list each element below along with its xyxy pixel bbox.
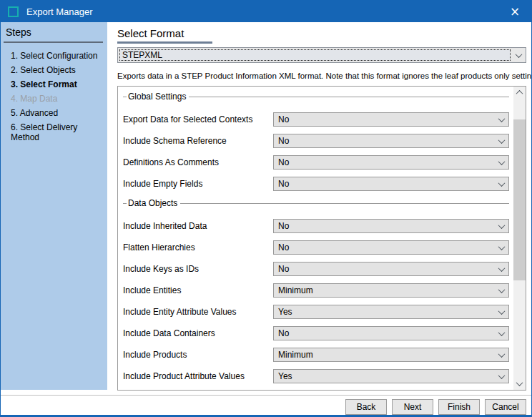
select-arrow-zone[interactable] (495, 310, 508, 315)
sidebar-item-select-configuration[interactable]: 1. Select Configuration (6, 49, 107, 63)
sidebar-item-map-data: 4. Map Data (6, 92, 107, 106)
select-arrow-zone[interactable] (495, 353, 508, 358)
format-settings-panel: Global Settings Export Data for Selected… (117, 86, 526, 391)
footer-divider (1, 395, 531, 396)
select-include-keys-as-ids[interactable]: No (273, 262, 509, 276)
group-line (180, 203, 509, 204)
sidebar-item-select-objects[interactable]: 2. Select Objects (6, 63, 107, 77)
app-window-icon (8, 6, 19, 17)
select-include-product-attribute-values[interactable]: Yes (273, 369, 509, 383)
select-flatten-hierarchies[interactable]: No (273, 240, 509, 255)
chevron-down-icon (516, 379, 523, 386)
titlebar[interactable]: Export Manager × (1, 1, 531, 22)
setting-label: Include Entities (123, 285, 273, 295)
select-value: No (274, 179, 495, 189)
chevron-down-icon (498, 372, 506, 379)
setting-label: Include Schema Reference (123, 136, 273, 146)
setting-label: Flatten Hierarchies (123, 242, 273, 252)
format-select-arrow-zone[interactable] (512, 48, 526, 62)
select-include-entity-attribute-values[interactable]: Yes (273, 305, 509, 319)
close-icon: × (510, 4, 520, 19)
setting-row: Include Keys as IDs No (123, 262, 509, 276)
select-value: Minimum (274, 285, 495, 295)
setting-row: Include Empty Fields No (123, 177, 509, 191)
scrollbar-thumb[interactable] (513, 119, 526, 280)
sidebar-item-select-format[interactable]: 3. Select Format (6, 77, 107, 92)
chevron-up-icon (516, 90, 523, 97)
chevron-down-icon (498, 243, 506, 250)
setting-row: Include Product Attribute Values Yes (123, 369, 509, 383)
settings-scrollbar[interactable] (513, 87, 526, 390)
chevron-down-icon (498, 137, 506, 144)
select-include-inherited-data[interactable]: No (273, 219, 509, 233)
page-title: Select Format (117, 27, 184, 39)
setting-label: Include Keys as IDs (123, 264, 273, 274)
finish-button[interactable]: Finish (438, 399, 480, 415)
chevron-down-icon (498, 286, 506, 293)
setting-label: Include Product Attribute Values (123, 371, 273, 381)
select-export-data-for-selected-contexts[interactable]: No (273, 112, 509, 127)
format-select[interactable]: STEPXML (117, 47, 526, 63)
select-arrow-zone[interactable] (495, 224, 508, 229)
setting-row: Include Data Containers No (123, 326, 509, 340)
group-header-data-objects: Data Objects (123, 198, 509, 208)
select-value: Yes (274, 307, 495, 317)
format-description: Exports data in a STEP Product Informati… (117, 72, 531, 80)
cancel-button[interactable]: Cancel (485, 399, 526, 415)
chevron-down-icon (498, 115, 506, 122)
setting-label: Include Entity Attribute Values (123, 307, 273, 317)
chevron-down-icon (498, 308, 506, 315)
select-include-data-containers[interactable]: No (273, 326, 509, 340)
group-title: Global Settings (127, 92, 189, 102)
setting-row: Include Schema Reference No (123, 134, 509, 148)
select-arrow-zone[interactable] (495, 117, 508, 122)
sidebar-item-advanced[interactable]: 5. Advanced (6, 106, 107, 120)
select-value: Minimum (274, 350, 495, 360)
setting-row: Definitions As Comments No (123, 155, 509, 170)
chevron-down-icon (498, 180, 506, 187)
chevron-down-icon (498, 222, 506, 229)
setting-row: Include Inherited Data No (123, 219, 509, 233)
setting-label: Definitions As Comments (123, 157, 273, 167)
select-definitions-as-comments[interactable]: No (273, 155, 509, 170)
select-include-schema-reference[interactable]: No (273, 134, 509, 148)
select-include-products[interactable]: Minimum (273, 348, 509, 362)
setting-row: Flatten Hierarchies No (123, 240, 509, 255)
select-arrow-zone[interactable] (495, 160, 508, 165)
steps-sidebar: Steps 1. Select Configuration 2. Select … (1, 22, 107, 390)
chevron-down-icon (498, 350, 506, 358)
back-button[interactable]: Back (345, 399, 387, 415)
setting-row: Include Products Minimum (123, 348, 509, 362)
select-arrow-zone[interactable] (495, 374, 508, 379)
select-arrow-zone[interactable] (495, 182, 508, 187)
select-arrow-zone[interactable] (495, 245, 508, 250)
select-value: No (274, 114, 495, 124)
chevron-down-icon (498, 329, 506, 336)
chevron-down-icon (498, 158, 506, 165)
select-value: No (274, 264, 495, 274)
setting-label: Include Inherited Data (123, 221, 273, 231)
group-line (189, 97, 509, 97)
select-value: Yes (274, 371, 495, 381)
chevron-down-icon (516, 51, 523, 58)
format-select-value: STEPXML (119, 49, 511, 61)
next-button[interactable]: Next (392, 399, 433, 415)
close-button[interactable]: × (498, 1, 531, 22)
group-header-global-settings: Global Settings (123, 92, 509, 102)
sidebar-item-select-delivery-method[interactable]: 6. Select Delivery Method (6, 120, 107, 144)
select-arrow-zone[interactable] (495, 331, 508, 336)
select-arrow-zone[interactable] (495, 267, 508, 272)
setting-row: Include Entity Attribute Values Yes (123, 305, 509, 319)
group-title: Data Objects (127, 198, 180, 208)
select-arrow-zone[interactable] (495, 139, 508, 144)
select-arrow-zone[interactable] (495, 288, 508, 293)
select-include-empty-fields[interactable]: No (273, 177, 509, 191)
sidebar-header: Steps (6, 26, 107, 38)
scroll-down-button[interactable] (513, 378, 526, 390)
sidebar-divider (4, 41, 103, 43)
window-title: Export Manager (26, 6, 93, 17)
scroll-up-button[interactable] (513, 87, 526, 99)
setting-label: Include Empty Fields (123, 179, 273, 189)
export-manager-dialog: Export Manager × Steps 1. Select Configu… (0, 0, 532, 417)
select-include-entities[interactable]: Minimum (273, 283, 509, 298)
